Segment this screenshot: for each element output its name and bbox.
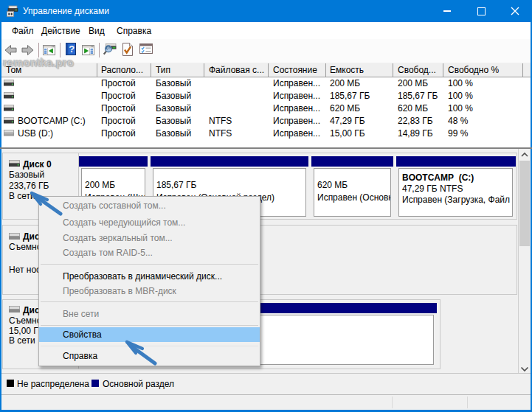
svg-text:?: ? [69, 43, 75, 55]
